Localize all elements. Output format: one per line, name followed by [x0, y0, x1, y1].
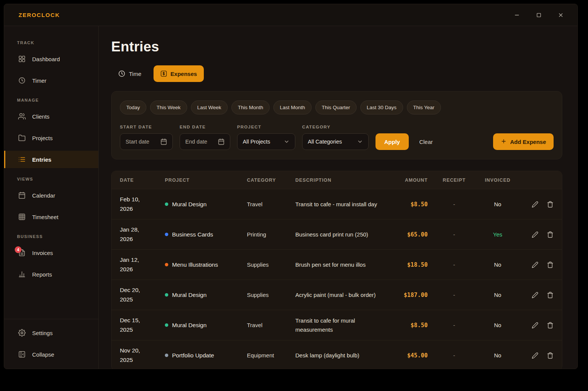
quick-range-this-quarter[interactable]: This Quarter — [315, 100, 357, 114]
project-name: Menu Illustrations — [172, 261, 218, 268]
project-name: Mural Design — [172, 201, 206, 208]
sidebar-item-label: Clients — [32, 113, 50, 120]
entry-receipt: - — [428, 352, 481, 359]
project-color-dot — [165, 323, 168, 327]
dashboard-icon — [18, 55, 26, 63]
filter-panel: TodayThis WeekLast WeekThis MonthLast Mo… — [111, 91, 562, 159]
tab-label: Time — [129, 71, 141, 77]
plus-icon — [501, 138, 507, 145]
pencil-icon — [532, 261, 538, 268]
dollar-icon — [160, 70, 167, 77]
calendar-icon — [160, 138, 167, 145]
entry-description: Desk lamp (daylight bulb) — [295, 351, 394, 360]
entry-project: Menu Illustrations — [165, 261, 247, 268]
column-header-project: PROJECT — [165, 178, 247, 183]
sidebar-item-projects[interactable]: Projects — [4, 129, 98, 147]
edit-entry-button[interactable] — [532, 201, 538, 208]
quick-range-last-30-days[interactable]: Last 30 Days — [360, 100, 403, 114]
sidebar-item-timer[interactable]: Timer — [4, 72, 98, 89]
delete-entry-button[interactable] — [547, 201, 554, 208]
table-row: Feb 10, 2026Mural DesignTravelTransit to… — [112, 189, 562, 219]
project-name: Mural Design — [172, 292, 206, 298]
edit-entry-button[interactable] — [532, 352, 538, 359]
project-filter-group: PROJECT All Projects — [237, 125, 295, 150]
close-icon — [558, 12, 564, 18]
sidebar-item-settings[interactable]: Settings — [4, 324, 98, 342]
sidebar-footer: SettingsCollapse — [4, 319, 98, 369]
clear-button[interactable]: Clear — [416, 133, 437, 150]
quick-range-last-week[interactable]: Last Week — [191, 100, 228, 114]
table-row: Nov 20, 2025Portfolio UpdateEquipmentDes… — [112, 340, 562, 369]
end-date-input[interactable]: End date — [180, 133, 230, 150]
delete-entry-button[interactable] — [547, 292, 554, 298]
table-icon — [18, 213, 26, 221]
tab-time[interactable]: Time — [111, 65, 148, 82]
sidebar-item-dashboard[interactable]: Dashboard — [4, 50, 98, 68]
maximize-button[interactable] — [536, 12, 542, 18]
edit-entry-button[interactable] — [532, 231, 538, 238]
edit-entry-button[interactable] — [532, 322, 538, 329]
sidebar-item-reports[interactable]: Reports — [4, 266, 98, 283]
entry-amount: $45.00 — [394, 352, 428, 359]
page-title: Entries — [111, 39, 562, 55]
quick-range-today[interactable]: Today — [120, 100, 146, 114]
start-date-group: START DATE Start date — [120, 125, 173, 150]
entry-invoiced: Yes — [481, 231, 515, 238]
sidebar-item-timesheet[interactable]: Timesheet — [4, 208, 98, 226]
sidebar-item-collapse[interactable]: Collapse — [4, 346, 98, 363]
delete-entry-button[interactable] — [547, 352, 554, 359]
delete-entry-button[interactable] — [547, 261, 554, 268]
maximize-icon — [536, 12, 542, 18]
trash-icon — [547, 261, 554, 268]
tab-expenses[interactable]: Expenses — [154, 65, 204, 82]
entry-date: Dec 20, 2025 — [120, 286, 165, 304]
delete-entry-button[interactable] — [547, 322, 554, 329]
sidebar-item-calendar[interactable]: Calendar — [4, 187, 98, 204]
pencil-icon — [532, 322, 538, 329]
quick-range-this-week[interactable]: This Week — [150, 100, 187, 114]
clock-icon — [118, 70, 126, 77]
sidebar-item-entries[interactable]: Entries — [4, 151, 98, 168]
sidebar: TRACKDashboardTimerMANAGEClientsProjects… — [4, 26, 99, 369]
quick-range-this-month[interactable]: This Month — [231, 100, 270, 114]
project-color-dot — [165, 233, 168, 236]
invoice-icon: 4 — [18, 249, 26, 257]
sidebar-item-invoices[interactable]: 4Invoices — [4, 244, 98, 261]
sidebar-item-clients[interactable]: Clients — [4, 108, 98, 125]
add-expense-button[interactable]: Add Expense — [493, 133, 554, 150]
table-row: Dec 15, 2025Mural DesignTravelTransit to… — [112, 310, 562, 340]
entry-invoiced: No — [481, 201, 515, 207]
main-content: Entries TimeExpenses TodayThis WeekLast … — [99, 26, 577, 369]
entry-project: Portfolio Update — [165, 352, 247, 359]
start-date-input[interactable]: Start date — [120, 133, 173, 150]
category-filter-group: CATEGORY All Categories — [302, 125, 369, 150]
quick-range-last-month[interactable]: Last Month — [273, 100, 312, 114]
sidebar-section-business: BUSINESS4InvoicesReports — [4, 230, 98, 283]
trash-icon — [547, 231, 554, 238]
window-controls — [514, 12, 564, 18]
app-brand: ZEROCLOCK — [19, 12, 60, 18]
apply-button[interactable]: Apply — [375, 133, 409, 150]
sidebar-item-label: Dashboard — [32, 56, 60, 62]
list-icon — [18, 156, 26, 163]
sidebar-item-label: Invoices — [32, 250, 53, 256]
edit-entry-button[interactable] — [532, 261, 538, 268]
entry-invoiced: No — [481, 322, 515, 328]
column-header-date: DATE — [120, 178, 165, 183]
quick-range-this-year[interactable]: This Year — [407, 100, 441, 114]
close-button[interactable] — [558, 12, 564, 18]
entry-receipt: - — [428, 322, 481, 328]
entry-receipt: - — [428, 231, 481, 238]
sidebar-section-label: TRACK — [4, 36, 98, 50]
app-window: ZEROCLOCK TRACKDashboardTimerMANAGEClien… — [4, 4, 578, 369]
category-select[interactable]: All Categories — [302, 133, 369, 150]
edit-entry-button[interactable] — [532, 292, 538, 298]
sidebar-section-track: TRACKDashboardTimer — [4, 36, 98, 89]
notification-badge: 4 — [15, 246, 22, 253]
delete-entry-button[interactable] — [547, 231, 554, 238]
row-actions — [515, 352, 554, 359]
entry-category: Supplies — [247, 261, 295, 268]
expenses-table: DATEPROJECTCATEGORYDESCRIPTIONAMOUNTRECE… — [111, 171, 562, 369]
minimize-button[interactable] — [514, 12, 520, 18]
project-select[interactable]: All Projects — [237, 133, 295, 150]
